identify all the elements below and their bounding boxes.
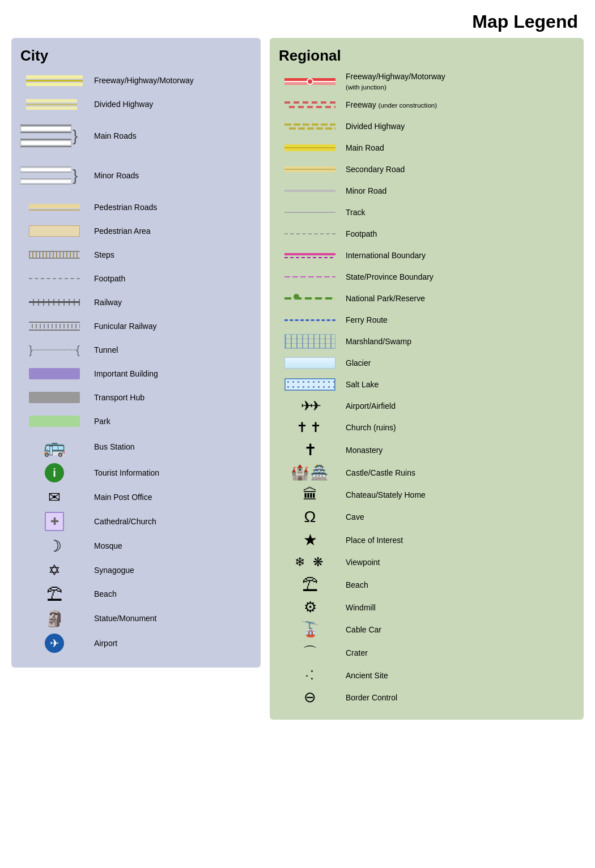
regional-panel: Regional Freeway/Highway/Motorway (with … [270, 38, 584, 720]
secroad-reg-icon [284, 166, 335, 172]
footpath-city-symbol [20, 278, 88, 279]
natpark-icon [284, 297, 335, 300]
cathedral-icon: ✚ [45, 512, 64, 531]
steps-symbol [20, 251, 88, 259]
list-item: ✝✝ Church (ruins) [279, 419, 575, 436]
natpark-symbol [279, 297, 341, 300]
main-roads-symbol: } [20, 125, 88, 147]
post-office-symbol: ✉ [20, 489, 88, 506]
transport-hub-icon [29, 392, 80, 403]
list-item: Track [279, 204, 575, 221]
viewpoint-label: Viewpoint [341, 557, 575, 567]
list-item: Transport Hub [20, 388, 252, 407]
list-item: ☽ Mosque [20, 537, 252, 555]
divhwy-reg-symbol [279, 123, 341, 130]
list-item: ·⁚ Ancient Site [279, 667, 575, 684]
ancient-symbol: ·⁚ [279, 668, 341, 683]
church-reg-icon: ✝✝ [296, 420, 324, 435]
tunnel-symbol: } { [20, 344, 88, 356]
city-panel: City Freeway/Highway/Motorway [11, 38, 261, 668]
list-item: ⌒ Crater [279, 643, 575, 662]
transport-hub-label: Transport Hub [88, 392, 252, 403]
cablecar-symbol: 🚡 [279, 621, 341, 638]
poi-symbol: ★ [279, 531, 341, 549]
crater-symbol: ⌒ [279, 643, 341, 662]
statue-symbol: 🗿 [20, 609, 88, 628]
list-item: ✚ Cathedral/Church [20, 512, 252, 531]
statue-icon: 🗿 [45, 609, 65, 628]
natpark-label: National Park/Reserve [341, 293, 575, 303]
bus-station-label: Bus Station [88, 442, 252, 452]
minor-roads-symbol: } [20, 166, 88, 185]
list-item: Main Road [279, 139, 575, 156]
cathedral-symbol: ✚ [20, 512, 88, 531]
minroad-reg-label: Minor Road [341, 186, 575, 196]
ferry-label: Ferry Route [341, 315, 575, 325]
cathedral-label: Cathedral/Church [88, 516, 252, 527]
mainroad-reg-icon [284, 144, 335, 151]
transport-hub-symbol [20, 392, 88, 403]
castle-reg-symbol: 🏰🏯 [279, 464, 341, 481]
list-item: i Tourist Information [20, 463, 252, 482]
steps-icon [29, 251, 80, 259]
list-item: Important Building [20, 365, 252, 383]
list-item: 🗿 Statue/Monument [20, 609, 252, 628]
list-item: Marshland/Swamp [279, 333, 575, 350]
castle-reg-icon: 🏰🏯 [291, 464, 329, 481]
airport-city-symbol: ✈ [20, 634, 88, 653]
list-item: 🏛 Chateau/Stately Home [279, 486, 575, 503]
main-roads-label: Main Roads [88, 131, 252, 141]
list-item: Divided Highway [20, 95, 252, 113]
list-item: } Main Roads [20, 119, 252, 153]
poi-label: Place of Interest [341, 535, 575, 545]
railway-icon [29, 299, 80, 306]
divhwy-city-symbol [20, 99, 88, 110]
list-item: ✡ Synagogue [20, 561, 252, 579]
glacier-icon [284, 357, 335, 369]
crater-label: Crater [341, 648, 575, 658]
state-boundary-symbol [279, 276, 341, 277]
list-item: Freeway (under construction) [279, 96, 575, 113]
church-reg-symbol: ✝✝ [279, 420, 341, 435]
minor-roads-label: Minor Roads [88, 170, 252, 181]
footpath-reg-symbol [279, 233, 341, 234]
airport-city-plane: ✈ [50, 636, 60, 650]
glacier-label: Glacier [341, 358, 575, 368]
marshland-icon [284, 334, 335, 349]
list-item: Steps [20, 246, 252, 264]
list-item: ✉ Main Post Office [20, 488, 252, 506]
ped-roads-symbol [20, 204, 88, 211]
intl-boundary-label: International Boundary [341, 250, 575, 260]
minroad-reg-icon [284, 190, 335, 192]
divhwy-city-label: Divided Highway [88, 99, 252, 109]
monastery-icon: ✝ [304, 441, 317, 459]
freeway-city-icon [26, 75, 83, 86]
state-boundary-label: State/Province Boundary [341, 272, 575, 282]
list-item: Footpath [20, 270, 252, 288]
list-item: Footpath [279, 225, 575, 242]
freeway-reg-icon [284, 78, 335, 85]
park-symbol [20, 416, 88, 427]
list-item: Park [20, 412, 252, 430]
marshland-symbol [279, 334, 341, 349]
divhwy-reg-label: Divided Highway [341, 121, 575, 131]
beach-city-label: Beach [88, 589, 252, 599]
list-item: ✈✈ Airport/Airfield [279, 397, 575, 414]
ped-area-icon [29, 225, 80, 237]
regional-heading: Regional [279, 47, 575, 65]
saltlake-symbol [279, 378, 341, 391]
list-item: Railway [20, 293, 252, 311]
intl-boundary-symbol [279, 253, 341, 258]
synagogue-symbol: ✡ [20, 562, 88, 579]
park-icon [29, 416, 80, 427]
main-road-row1 [20, 125, 71, 133]
airport-city-label: Airport [88, 638, 252, 648]
monastery-label: Monastery [341, 445, 575, 455]
windmill-label: Windmill [341, 602, 575, 613]
list-item: 🚌 Bus Station [20, 436, 252, 457]
airport-reg-symbol: ✈✈ [279, 398, 341, 414]
secroad-reg-symbol [279, 166, 341, 172]
saltlake-icon [284, 378, 335, 391]
list-item: ✝ Monastery [279, 441, 575, 459]
track-reg-icon [284, 212, 335, 213]
